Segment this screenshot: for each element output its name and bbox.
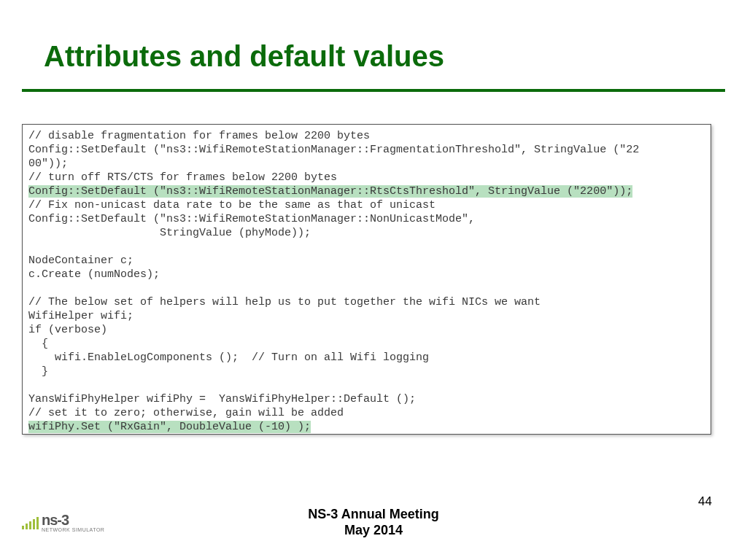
code-line: WifiHelper wifi;	[28, 310, 133, 322]
page-number: 44	[698, 494, 712, 509]
code-line: if (verbose)	[28, 324, 107, 336]
code-line: // Fix non-unicast data rate to be the s…	[28, 199, 436, 211]
code-line: // disable fragmentation for frames belo…	[28, 130, 370, 142]
slide-footer: NS-3 Annual Meeting May 2014	[0, 506, 747, 538]
code-line-highlighted: wifiPhy.Set ("RxGain", DoubleValue (-10)…	[28, 421, 311, 433]
code-line: YansWifiPhyHelper wifiPhy = YansWifiPhyH…	[28, 393, 416, 405]
code-line: // turn off RTS/CTS for frames below 220…	[28, 171, 337, 184]
code-line: 00"));	[28, 158, 68, 170]
code-line: Config::SetDefault ("ns3::WifiRemoteStat…	[28, 213, 475, 225]
footer-line: NS-3 Annual Meeting	[0, 506, 747, 522]
footer-line: May 2014	[0, 522, 747, 538]
code-line: NodeContainer c;	[28, 254, 133, 267]
code-line: }	[28, 365, 48, 378]
slide-title: Attributes and default values	[44, 40, 444, 73]
code-line: // set it to zero; otherwise, gain will …	[28, 407, 344, 419]
title-rule	[22, 89, 725, 92]
slide: Attributes and default values // disable…	[0, 0, 747, 560]
code-line: StringValue (phyMode));	[28, 227, 311, 239]
code-line: // The below set of helpers will help us…	[28, 296, 541, 308]
code-line-highlighted: Config::SetDefault ("ns3::WifiRemoteStat…	[28, 185, 632, 198]
code-line: wifi.EnableLogComponents (); // Turn on …	[28, 351, 429, 364]
code-line: Config::SetDefault ("ns3::WifiRemoteStat…	[28, 144, 639, 156]
code-line: c.Create (numNodes);	[28, 268, 160, 281]
code-block: // disable fragmentation for frames belo…	[22, 124, 711, 435]
code-line: {	[28, 338, 48, 350]
